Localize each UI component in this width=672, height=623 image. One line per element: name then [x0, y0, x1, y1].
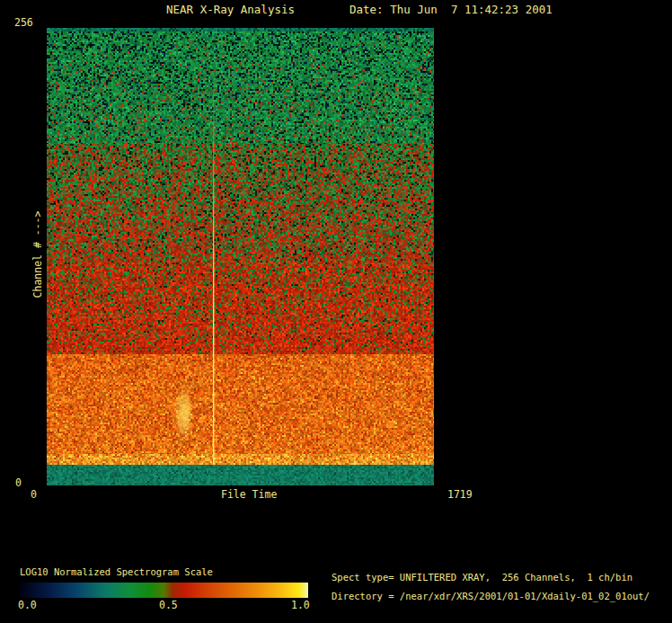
spect-type-label: Spect type= UNFILTERED XRAY, 256 Channel…: [332, 573, 632, 583]
y-axis-max-label: 256: [14, 17, 33, 29]
colorbar-gradient: [20, 583, 308, 598]
x-axis-title: File Time: [221, 489, 277, 501]
window-title: NEAR X-Ray Analysis: [166, 4, 295, 16]
near-xray-analysis-window: NEAR X-Ray Analysis Date: Thu Jun 7 11:4…: [0, 0, 672, 623]
x-axis-min-label: 0: [31, 489, 37, 501]
y-axis-min-label: 0: [15, 477, 22, 489]
colorbar-title: LOG10 Normalized Spectrogram Scale: [20, 567, 213, 578]
x-axis-max-label: 1719: [447, 489, 473, 501]
spectrogram-canvas[interactable]: [47, 28, 434, 485]
colorbar-tick-05: 0.5: [159, 600, 178, 611]
directory-label: Directory = /near/xdr/XRS/2001/01-01/Xda…: [332, 592, 650, 602]
colorbar-tick-0: 0.0: [18, 600, 37, 611]
y-axis-title: Channel # --->: [32, 178, 47, 331]
date-label: Date: Thu Jun 7 11:42:23 2001: [349, 4, 553, 16]
colorbar-tick-1: 1.0: [291, 600, 310, 611]
